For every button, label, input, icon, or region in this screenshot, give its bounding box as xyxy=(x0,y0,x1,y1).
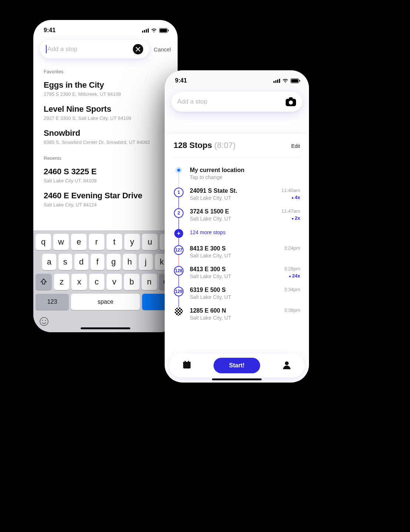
key-g[interactable]: g xyxy=(107,254,121,270)
home-indicator[interactable] xyxy=(81,327,130,329)
more-stops-row[interactable]: +124 more stops xyxy=(174,225,300,242)
recent-item[interactable]: 2460 E Evening Star DriveSalt Lake City,… xyxy=(33,189,178,213)
stop-time: 11:47am xyxy=(281,208,300,214)
stop-badge: 24x xyxy=(284,273,300,279)
key-e[interactable]: e xyxy=(71,234,87,250)
favorite-item[interactable]: Level Nine Sports2927 E 3300 S, Salt Lak… xyxy=(33,102,178,126)
key-v[interactable]: v xyxy=(107,274,122,290)
stop-title: My current location xyxy=(190,167,300,174)
stops-count: 128 Stops xyxy=(174,141,212,150)
calendar-icon xyxy=(182,360,191,369)
key-r[interactable]: r xyxy=(89,234,104,250)
close-icon xyxy=(135,47,141,52)
key-j[interactable]: j xyxy=(139,254,153,270)
stop-pin: 129 xyxy=(174,287,184,296)
space-key[interactable]: space xyxy=(71,294,140,310)
svg-rect-1 xyxy=(144,30,145,33)
key-t[interactable]: t xyxy=(107,234,122,250)
favorite-title: Level Nine Sports xyxy=(44,104,167,114)
stop-row[interactable]: 1285 E 600 NSalt Lake City, UT3:38pm xyxy=(174,304,300,324)
camera-button[interactable] xyxy=(285,97,296,107)
stop-row[interactable]: 124091 S State St.Salt Lake City, UT11:4… xyxy=(174,184,300,205)
favorite-title: Snowbird xyxy=(44,128,167,138)
key-f[interactable]: f xyxy=(91,254,105,270)
svg-point-25 xyxy=(285,361,289,365)
cancel-button[interactable]: Cancel xyxy=(154,46,171,53)
favorites-label: Favorites xyxy=(33,64,178,78)
svg-rect-15 xyxy=(291,79,298,83)
svg-rect-22 xyxy=(185,361,186,363)
stop-title: 1285 E 600 N xyxy=(190,307,284,314)
stop-title: 8413 E 300 S xyxy=(190,245,284,252)
stop-time: 3:38pm xyxy=(284,307,300,313)
stop-pin: 1 xyxy=(174,188,184,197)
profile-button[interactable] xyxy=(282,360,291,371)
favorite-address: 2927 E 3300 S, Salt Lake City, UT 84109 xyxy=(44,115,167,121)
stop-time: 3:34pm xyxy=(284,287,300,292)
recents-label: Recents xyxy=(33,150,178,165)
destination-pin xyxy=(175,307,183,316)
start-button[interactable]: Start! xyxy=(214,358,260,373)
svg-rect-16 xyxy=(299,80,300,82)
sheet-title: 128 Stops (8:07) xyxy=(174,141,236,150)
svg-rect-18 xyxy=(289,97,293,100)
stop-row[interactable]: 1288413 E 300 SSalt Lake City, UT3:28pm2… xyxy=(174,262,300,283)
stop-sub: Salt Lake City, UT xyxy=(190,294,284,300)
key-c[interactable]: c xyxy=(89,274,104,290)
stop-pin: 127 xyxy=(174,245,184,255)
shift-key[interactable] xyxy=(36,274,52,290)
clear-button[interactable] xyxy=(133,44,143,54)
current-location-pin xyxy=(175,167,182,174)
add-stops-pin[interactable]: + xyxy=(174,229,183,238)
key-n[interactable]: n xyxy=(142,274,157,290)
route-sheet: 128 Stops (8:07) Edit My current locatio… xyxy=(165,134,309,359)
stop-sub: Salt Lake City, UT xyxy=(190,195,281,201)
key-u[interactable]: u xyxy=(142,234,158,250)
search-input[interactable]: Add a stop xyxy=(40,40,149,58)
numeric-key[interactable]: 123 xyxy=(36,294,69,310)
stop-time: 3:24pm xyxy=(284,245,300,251)
key-q[interactable]: q xyxy=(36,234,51,250)
stop-row[interactable]: 1278413 E 300 SSalt Lake City, UT3:24pm xyxy=(174,242,300,262)
stop-sub: Salt Lake City, UT xyxy=(190,253,284,259)
wifi-icon xyxy=(151,28,157,33)
key-z[interactable]: z xyxy=(54,274,69,290)
favorite-item[interactable]: Snowbird9385 S, Snowbird Center Dr, Snow… xyxy=(33,126,178,150)
stop-row[interactable]: 1296319 E 500 SSalt Lake City, UT3:34pm xyxy=(174,283,300,304)
key-y[interactable]: y xyxy=(124,234,140,250)
phone-route-screen: 9:41 Add a stop 128 Stops (8:07) Edit My xyxy=(165,70,309,383)
search-input[interactable]: Add a stop xyxy=(171,92,302,112)
battery-icon xyxy=(290,78,300,83)
svg-rect-6 xyxy=(168,30,169,31)
status-bar: 9:41 xyxy=(33,20,178,36)
stop-title: 24091 S State St. xyxy=(190,188,281,194)
svg-rect-2 xyxy=(146,29,147,33)
key-s[interactable]: s xyxy=(58,254,73,270)
svg-rect-10 xyxy=(273,81,275,83)
key-b[interactable]: b xyxy=(124,274,139,290)
key-h[interactable]: h xyxy=(123,254,137,270)
status-time: 9:41 xyxy=(175,77,187,84)
battery-icon xyxy=(159,28,169,33)
edit-button[interactable]: Edit xyxy=(291,143,300,149)
camera-icon xyxy=(285,97,296,107)
stop-row[interactable]: 23724 S 1500 ESalt Lake City, UT11:47am2… xyxy=(174,205,300,225)
key-x[interactable]: x xyxy=(71,274,87,290)
svg-rect-11 xyxy=(275,80,276,83)
key-a[interactable]: a xyxy=(42,254,56,270)
home-indicator[interactable] xyxy=(212,378,262,380)
key-w[interactable]: w xyxy=(53,234,69,250)
svg-point-8 xyxy=(42,320,43,321)
recent-item[interactable]: 2460 S 3225 ESalt Lake City UT, 84109 xyxy=(33,165,178,189)
stop-pin: 2 xyxy=(174,208,184,218)
recent-title: 2460 S 3225 E xyxy=(44,167,167,176)
search-placeholder: Add a stop xyxy=(177,98,285,105)
key-d[interactable]: d xyxy=(74,254,88,270)
stop-row[interactable]: My current locationTap to change xyxy=(174,163,300,184)
stop-sub: Salt Lake City, UT xyxy=(190,315,284,321)
calendar-button[interactable] xyxy=(182,360,191,371)
route-duration: (8:07) xyxy=(214,141,235,150)
svg-rect-12 xyxy=(277,80,278,83)
favorite-item[interactable]: Eggs in the City2795 S 2300 E, Millcreek… xyxy=(33,78,178,102)
emoji-button[interactable] xyxy=(39,317,49,329)
